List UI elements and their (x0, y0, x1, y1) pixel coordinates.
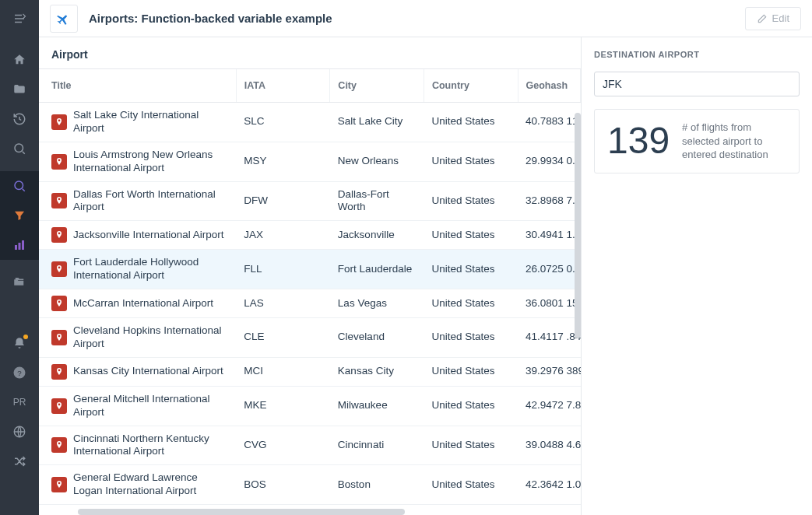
menu-toggle-button[interactable] (0, 0, 39, 37)
pin-icon (51, 330, 67, 345)
vertical-scrollbar[interactable] (575, 113, 581, 338)
airport-city: Dallas-Fort Worth (330, 181, 424, 221)
pin-icon (51, 477, 67, 492)
stat-card: 139 # of flights from selected airport t… (594, 109, 800, 173)
airport-city: Boston (330, 465, 424, 505)
airport-title: General Edward Lawrence Logan Internatio… (73, 471, 228, 498)
col-geo[interactable]: Geohash (518, 69, 580, 103)
airport-iata: SLC (236, 103, 330, 142)
airport-country: United States (424, 386, 518, 426)
table-row[interactable]: Jacksonville International AirportJAXJac… (39, 221, 581, 250)
airport-title: Fort Lauderdale Hollywood International … (73, 256, 228, 282)
destination-input[interactable] (594, 72, 800, 96)
airport-geo: 39.2976 3898 (518, 357, 580, 386)
airport-city: Las Vegas (330, 289, 424, 318)
edit-button[interactable]: Edit (745, 7, 801, 30)
airport-iata: MKE (236, 386, 330, 426)
destination-label: DESTINATION AIRPORT (594, 50, 800, 59)
pr-label[interactable]: PR (0, 387, 39, 417)
airport-iata: FLL (236, 250, 330, 289)
bell-icon[interactable] (0, 328, 39, 358)
airport-country: United States (424, 250, 518, 289)
table-row[interactable]: General Mitchell International AirportMK… (39, 386, 581, 426)
folders-stack-icon[interactable] (0, 268, 39, 297)
col-title[interactable]: Title (39, 69, 236, 103)
stat-description: # of flights from selected airport to en… (682, 121, 786, 162)
airport-geo: 40.7883 11.9779 (518, 103, 580, 142)
svg-point-0 (15, 144, 23, 152)
airport-country: United States (424, 221, 518, 250)
svg-rect-4 (22, 240, 24, 250)
airport-country: United States (424, 103, 518, 142)
airport-city: Cincinnati (330, 426, 424, 465)
table-row[interactable]: Salt Lake City International AirportSLCS… (39, 103, 581, 142)
airport-title: Louis Armstrong New Orleans Internationa… (73, 149, 228, 175)
airport-iata: JAX (236, 221, 330, 250)
pin-icon (51, 364, 67, 380)
search-icon[interactable] (0, 134, 39, 163)
airport-country: United States (424, 289, 518, 318)
svg-text:?: ? (17, 369, 22, 377)
airport-country: United States (424, 318, 518, 358)
home-icon[interactable] (0, 45, 39, 75)
notification-dot (23, 335, 28, 339)
airport-iata: MSY (236, 142, 330, 181)
folder-icon[interactable] (0, 75, 39, 104)
left-rail: ? PR (0, 0, 39, 515)
airport-iata: MCI (236, 357, 330, 386)
page-title: Airports: Function-backed variable examp… (89, 12, 332, 25)
shuffle-icon[interactable] (0, 447, 39, 476)
airport-city: Cleveland (330, 318, 424, 358)
header: Airports: Function-backed variable examp… (39, 0, 812, 37)
globe-icon[interactable] (0, 417, 39, 447)
airport-geo: 32.8968 7.03800 (518, 181, 580, 221)
airport-geo: 39.0488 4.66780 (518, 426, 580, 465)
airport-city: Kansas City (330, 357, 424, 386)
airport-title: Kansas City International Airport (73, 365, 223, 378)
airport-geo: 26.0725 0.15270 (518, 250, 580, 289)
airport-title: Salt Lake City International Airport (73, 109, 228, 135)
airport-title: General Mitchell International Airport (73, 393, 228, 419)
airport-country: United States (424, 426, 518, 465)
airport-title: Cincinnati Northern Kentucky Internation… (73, 433, 228, 459)
col-city[interactable]: City (330, 69, 424, 103)
side-panel: DESTINATION AIRPORT 139 # of flights fro… (582, 37, 812, 515)
col-iata[interactable]: IATA (236, 69, 330, 103)
airport-country: United States (424, 357, 518, 386)
table-row[interactable]: McCarran International AirportLASLas Veg… (39, 289, 581, 318)
funnel-icon[interactable] (0, 201, 39, 230)
airport-iata: CVG (236, 426, 330, 465)
pin-icon (51, 154, 67, 170)
table-row[interactable]: Fort Lauderdale Hollywood International … (39, 250, 581, 289)
airport-city: New Orleans (330, 142, 424, 181)
chart-icon[interactable] (0, 230, 39, 260)
horizontal-scrollbar[interactable] (78, 509, 405, 515)
airport-country: United States (424, 465, 518, 505)
table-row[interactable]: Cleveland Hopkins International AirportC… (39, 318, 581, 358)
horizontal-scrollbar-track (39, 507, 581, 515)
table-row[interactable]: Kansas City International AirportMCIKans… (39, 357, 581, 386)
history-icon[interactable] (0, 104, 39, 134)
help-icon[interactable]: ? (0, 358, 39, 387)
airport-iata: CLE (236, 318, 330, 358)
col-country[interactable]: Country (424, 69, 518, 103)
table-row[interactable]: Louis Armstrong New Orleans Internationa… (39, 142, 581, 181)
airport-title: Dallas Fort Worth International Airport (73, 188, 228, 215)
airport-title: Jacksonville International Airport (73, 229, 224, 242)
svg-rect-3 (19, 243, 21, 250)
pin-icon (51, 114, 67, 130)
airport-table-panel: Airport Title IATA City Country (39, 37, 582, 515)
table-row[interactable]: General Edward Lawrence Logan Internatio… (39, 465, 581, 505)
airport-geo: 29.9934 0.25800 (518, 142, 580, 181)
edit-button-label: Edit (772, 12, 789, 24)
pin-icon (51, 296, 67, 311)
stat-value: 139 (607, 122, 670, 159)
plane-icon (50, 5, 78, 33)
table-row[interactable]: Dallas Fort Worth International AirportD… (39, 181, 581, 221)
panel-title: Airport (39, 37, 581, 68)
airport-table: Title IATA City Country Geohash Salt Lak… (39, 69, 581, 515)
airport-city: Milwaukee (330, 386, 424, 426)
table-row[interactable]: Cincinnati Northern Kentucky Internation… (39, 426, 581, 465)
airport-geo: 30.4941 1.68789 (518, 221, 580, 250)
search-active-icon[interactable] (0, 171, 39, 201)
